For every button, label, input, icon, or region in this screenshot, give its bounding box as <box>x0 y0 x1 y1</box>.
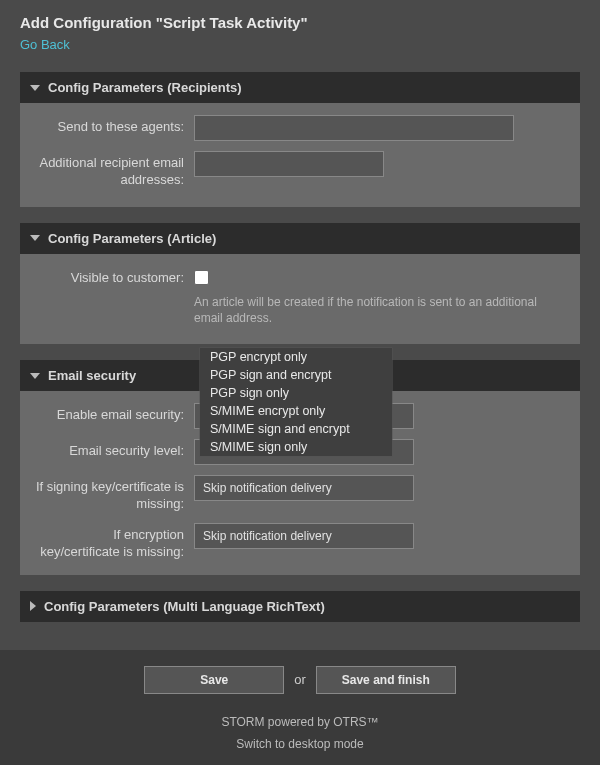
section-title: Config Parameters (Article) <box>48 231 216 246</box>
save-and-finish-button[interactable]: Save and finish <box>316 666 456 694</box>
go-back-link[interactable]: Go Back <box>20 37 70 52</box>
section-header-recipients[interactable]: Config Parameters (Recipients) <box>20 72 580 103</box>
save-button[interactable]: Save <box>144 666 284 694</box>
chevron-down-icon <box>30 235 40 241</box>
section-header-multi-lang[interactable]: Config Parameters (Multi Language RichTe… <box>20 591 580 622</box>
label-enable-security: Enable email security: <box>34 403 194 424</box>
dropdown-option[interactable]: S/MIME sign only <box>200 438 392 456</box>
chevron-down-icon <box>30 373 40 379</box>
powered-by-text: STORM powered by OTRS™ <box>20 712 580 732</box>
section-recipients: Config Parameters (Recipients) Send to t… <box>20 72 580 207</box>
or-separator: or <box>294 672 306 687</box>
section-header-article[interactable]: Config Parameters (Article) <box>20 223 580 254</box>
page-title: Add Configuration "Script Task Activity" <box>20 14 580 31</box>
visible-to-customer-checkbox[interactable] <box>194 270 209 285</box>
encryption-missing-select[interactable]: Skip notification delivery <box>194 523 414 549</box>
dropdown-option[interactable]: PGP encrypt only <box>200 348 392 366</box>
label-visible-customer: Visible to customer: <box>34 266 194 287</box>
label-encryption-missing: If encryption key/certificate is missing… <box>34 523 194 561</box>
send-to-agents-input[interactable] <box>194 115 514 141</box>
chevron-right-icon <box>30 601 36 611</box>
signing-missing-select[interactable]: Skip notification delivery <box>194 475 414 501</box>
label-send-to-agents: Send to these agents: <box>34 115 194 136</box>
security-level-dropdown-list[interactable]: PGP encrypt only PGP sign and encrypt PG… <box>200 348 392 456</box>
section-article: Config Parameters (Article) Visible to c… <box>20 223 580 344</box>
dropdown-option[interactable]: S/MIME sign and encrypt <box>200 420 392 438</box>
section-title: Config Parameters (Recipients) <box>48 80 242 95</box>
label-signing-missing: If signing key/certificate is missing: <box>34 475 194 513</box>
section-title: Email security <box>48 368 136 383</box>
dropdown-option[interactable]: PGP sign and encrypt <box>200 366 392 384</box>
label-additional-emails: Additional recipient email addresses: <box>34 151 194 189</box>
dropdown-option[interactable]: PGP sign only <box>200 384 392 402</box>
additional-emails-input[interactable] <box>194 151 384 177</box>
page-footer: Save or Save and finish STORM powered by… <box>0 650 600 765</box>
section-multi-lang: Config Parameters (Multi Language RichTe… <box>20 591 580 622</box>
dropdown-option[interactable]: S/MIME encrypt only <box>200 402 392 420</box>
section-title: Config Parameters (Multi Language RichTe… <box>44 599 325 614</box>
chevron-down-icon <box>30 85 40 91</box>
article-help-text: An article will be created if the notifi… <box>194 294 566 326</box>
section-email-security: Email security PGP encrypt only PGP sign… <box>20 360 580 575</box>
switch-desktop-link[interactable]: Switch to desktop mode <box>20 734 580 754</box>
label-security-level: Email security level: <box>34 439 194 460</box>
